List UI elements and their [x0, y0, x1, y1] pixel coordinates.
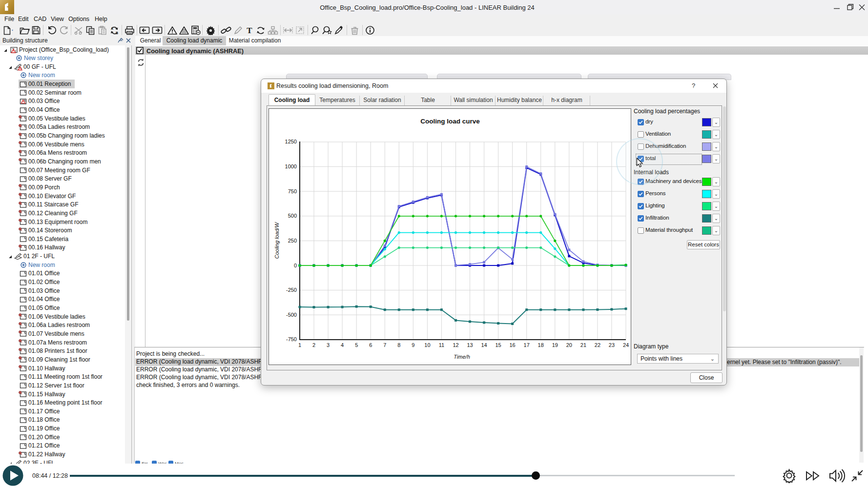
svg-text:Cooling load/W: Cooling load/W [274, 222, 280, 259]
svg-text:-250: -250 [286, 287, 297, 293]
svg-text:1250: 1250 [285, 139, 297, 144]
svg-text:8: 8 [397, 342, 400, 348]
svg-text:19: 19 [552, 342, 558, 348]
svg-text:250: 250 [288, 238, 297, 244]
svg-text:0: 0 [294, 263, 297, 268]
svg-text:7: 7 [383, 342, 386, 348]
svg-text:13: 13 [467, 342, 473, 348]
svg-text:B: B [116, 31, 118, 35]
svg-text:11: 11 [439, 342, 444, 348]
svg-text:22: 22 [595, 342, 600, 348]
svg-text:10: 10 [424, 342, 430, 348]
svg-text:17: 17 [524, 342, 530, 348]
svg-text:T: T [247, 26, 252, 35]
svg-text:14: 14 [481, 342, 487, 348]
svg-text:6: 6 [369, 342, 372, 348]
svg-text:5: 5 [355, 342, 358, 348]
svg-text:Cooling load curve: Cooling load curve [420, 118, 480, 125]
svg-text:15: 15 [495, 342, 501, 348]
svg-text:20: 20 [566, 342, 572, 348]
svg-text:12: 12 [453, 342, 458, 348]
svg-text:23: 23 [609, 342, 615, 348]
svg-text:18: 18 [538, 342, 544, 348]
svg-text:24: 24 [623, 342, 629, 348]
svg-text:500: 500 [288, 213, 297, 219]
svg-text:9: 9 [412, 342, 414, 348]
svg-text:1: 1 [298, 342, 301, 348]
svg-text:1000: 1000 [285, 163, 297, 169]
svg-text:Time/h: Time/h [454, 354, 470, 360]
svg-text:750: 750 [288, 188, 297, 194]
svg-text:21: 21 [580, 342, 586, 348]
svg-text:-500: -500 [286, 312, 297, 318]
svg-text:2: 2 [312, 342, 315, 348]
svg-text:4: 4 [341, 342, 344, 348]
svg-text:16: 16 [509, 342, 515, 348]
svg-text:-750: -750 [286, 336, 297, 342]
svg-text:3: 3 [327, 342, 330, 348]
svg-text:A: A [111, 27, 113, 30]
